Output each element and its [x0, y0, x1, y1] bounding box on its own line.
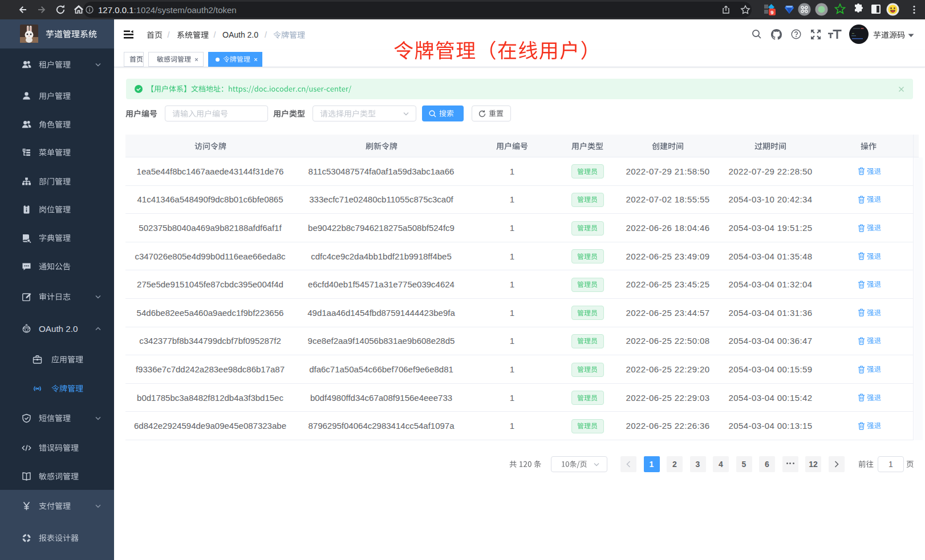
svg-text:9: 9	[770, 9, 773, 15]
